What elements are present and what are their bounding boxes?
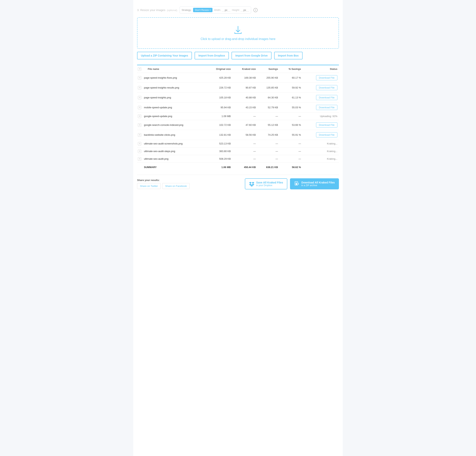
remove-file-button[interactable]: ✕ [138,86,141,89]
table-row: ✕google-speed-update.png1.09 MB———Upload… [137,112,339,120]
summary-original-cell: 1.06 MB [206,163,232,171]
summary-pct-savings-cell: 58.62 % [280,163,303,171]
savings-cell: 74.25 KB [257,130,279,140]
width-input[interactable] [222,8,230,12]
remove-file-button[interactable]: ✕ [138,150,141,153]
resize-label-text: 3. Resize your images [137,8,165,12]
filename-cell: page-speed-insights-results.png [142,83,206,93]
table-header-row: ✕ File name Original size Kraked size Sa… [137,65,339,73]
status-text: Uploading: 92% [320,115,337,118]
height-input[interactable] [240,8,249,12]
original-size-cell: 132.81 KB [206,130,232,140]
savings-col-header: Savings [257,65,279,73]
download-file-button[interactable]: Download File [316,75,337,80]
status-cell: Kraking... [303,147,339,155]
dropbox-save-main: Save All Kraked Files [256,181,283,184]
resize-label: 3. Resize your images (optional) [137,8,177,12]
kraked-size-cell: 58.56 KB [232,130,257,140]
filename-cell: page-speed-insights.png [142,93,206,102]
download-file-button[interactable]: Download File [316,122,337,127]
strategy-dropdown-button[interactable]: Don't Resize ▾ [193,8,212,12]
upload-drop-area[interactable]: Click to upload or drag-and-drop individ… [137,17,339,49]
download-file-button[interactable]: Download File [316,85,337,90]
table-row: ✕backlinko-website-clicks.png132.81 KB58… [137,130,339,140]
import-dropbox-button[interactable]: Import from Dropbox [195,52,229,59]
info-button[interactable]: ℹ [254,8,258,12]
download-all-sub: in a ZIP archive [301,184,335,187]
strategy-value: Don't Resize [195,8,209,11]
pct-savings-cell: — [280,140,303,147]
table-row: ✕ultimate-seo-audit-steps.png383.80 KB——… [137,147,339,155]
remove-file-button[interactable]: ✕ [138,106,141,109]
original-size-cell: 95.94 KB [206,102,232,112]
import-box-button[interactable]: Import from Box [274,52,303,59]
remove-file-button[interactable]: ✕ [138,76,141,80]
status-cell: Download File [303,73,339,83]
savings-cell: — [257,140,279,147]
save-dropbox-button[interactable]: Save All Kraked Files in your Dropbox [245,178,287,189]
kraked-size-cell: — [232,140,257,147]
import-buttons-row: Upload a ZIP Containing Your Images Impo… [137,52,339,59]
kraked-col-header: Kraked size [232,65,257,73]
upload-zip-button[interactable]: Upload a ZIP Containing Your Images [137,52,192,59]
filename-cell: mobile-speed-update.png [142,102,206,112]
savings-cell: 52.79 KB [257,102,279,112]
chevron-down-icon: ▾ [210,9,211,11]
remove-file-button[interactable]: ✕ [138,123,141,127]
savings-cell: 255.90 KB [257,73,279,83]
filename-cell: google-speed-update.png [142,112,206,120]
twitter-share-button[interactable]: Share on Twitter [137,183,161,189]
remove-file-button[interactable]: ✕ [138,96,141,99]
original-size-cell: 102.72 KB [206,120,232,130]
remove-file-button[interactable]: ✕ [138,157,141,161]
download-file-button[interactable]: Download File [316,95,337,100]
summary-kraked-cell: 450.44 KB [232,163,257,171]
download-all-main: Download All Kraked Files [301,181,335,184]
table-row: ✕page-speed-insights-fixes.png425.28 KB1… [137,73,339,83]
dropbox-icon [249,181,254,186]
kraked-size-cell: — [232,147,257,155]
height-input-group: Height: [232,8,249,12]
remove-cell: ✕ [137,120,142,130]
facebook-share-button[interactable]: Share on Facebook [162,183,189,189]
remove-cell: ✕ [137,112,142,120]
dropbox-save-sub: in your Dropbox [256,184,283,187]
pct-savings-cell: — [280,155,303,163]
table-row: ✕ultimate-seo-audit-screenshots.png523.1… [137,140,339,147]
filename-cell: ultimate-seo-audit-steps.png [142,147,206,155]
resize-section: 3. Resize your images (optional) Strateg… [137,4,339,17]
remove-file-button[interactable]: ✕ [138,133,141,137]
download-file-button[interactable]: Download File [316,105,337,110]
height-label: Height: [232,8,240,11]
pct-savings-cell: 55.03 % [280,102,303,112]
pct-savings-cell: 60.17 % [280,73,303,83]
strategy-label: Strategy: [182,8,192,11]
pct-savings-cell: 59.92 % [280,83,303,93]
download-file-button[interactable]: Download File [316,132,337,137]
original-size-cell: 383.80 KB [206,147,232,155]
status-cell: Kraking... [303,140,339,147]
summary-label-cell: SUMMARY [142,163,206,171]
download-all-button[interactable]: Download All Kraked Files in a ZIP archi… [290,178,339,189]
import-gdrive-button[interactable]: Import from Google Drive [231,52,272,59]
upload-drop-text: Click to upload or drag-and-drop individ… [141,37,335,41]
remove-cell: ✕ [137,102,142,112]
table-row: ✕page-speed-insights-results.png226.72 K… [137,83,339,93]
download-all-text: Download All Kraked Files in a ZIP archi… [301,181,335,187]
remove-cell: ✕ [137,130,142,140]
status-text: Kraking... [327,150,337,153]
status-cell: Download File [303,130,339,140]
savings-cell: — [257,147,279,155]
remove-cell: ✕ [137,155,142,163]
original-size-cell: 425.28 KB [206,73,232,83]
original-col-header: Original size [206,65,232,73]
remove-file-button[interactable]: ✕ [138,115,141,118]
remove-file-button[interactable]: ✕ [138,142,141,145]
status-cell: Download File [303,93,339,102]
table-row: ✕page-speed-insights.png105.18 KB40.88 K… [137,93,339,102]
zip-icon [294,181,299,186]
pct-savings-cell: 53.66 % [280,120,303,130]
remove-cell: ✕ [137,73,142,83]
kraked-size-cell: 169.38 KB [232,73,257,83]
remove-cell: ✕ [137,140,142,147]
